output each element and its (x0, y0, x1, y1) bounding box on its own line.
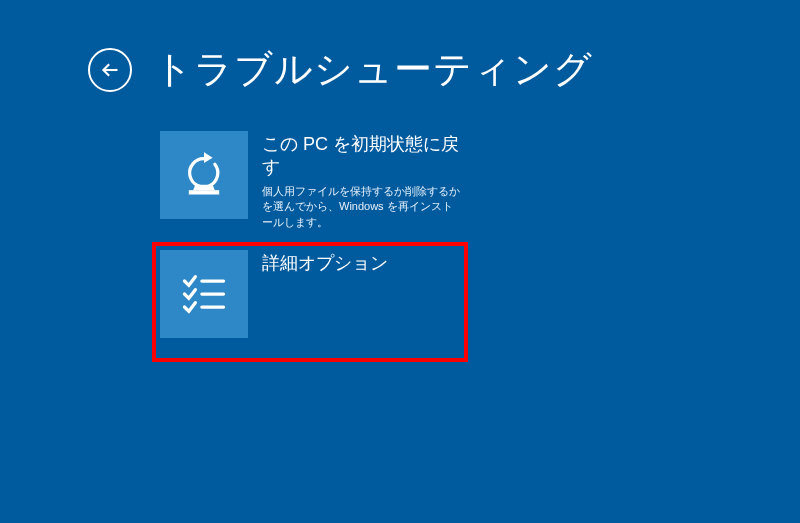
reset-icon (178, 149, 230, 201)
page-title: トラブルシューティング (154, 44, 593, 95)
arrow-left-icon (100, 60, 120, 80)
option-reset-pc[interactable]: この PC を初期状態に戻す 個人用ファイルを保持するか削除するかを選んでから、… (160, 131, 460, 230)
option-reset-title: この PC を初期状態に戻す (262, 133, 460, 180)
reset-tile (160, 131, 248, 219)
option-advanced[interactable]: 詳細オプション (154, 244, 466, 360)
svg-rect-1 (189, 190, 219, 194)
options-list: この PC を初期状態に戻す 個人用ファイルを保持するか削除するかを選んでから、… (160, 131, 800, 360)
advanced-tile (160, 250, 248, 338)
option-reset-text: この PC を初期状態に戻す 個人用ファイルを保持するか削除するかを選んでから、… (262, 131, 460, 230)
option-advanced-title: 詳細オプション (262, 252, 388, 275)
option-reset-desc: 個人用ファイルを保持するか削除するかを選んでから、Windows を再インストー… (262, 184, 460, 230)
checklist-icon (178, 268, 230, 320)
header: トラブルシューティング (0, 0, 800, 95)
option-advanced-text: 詳細オプション (262, 250, 388, 338)
back-button[interactable] (88, 48, 132, 92)
